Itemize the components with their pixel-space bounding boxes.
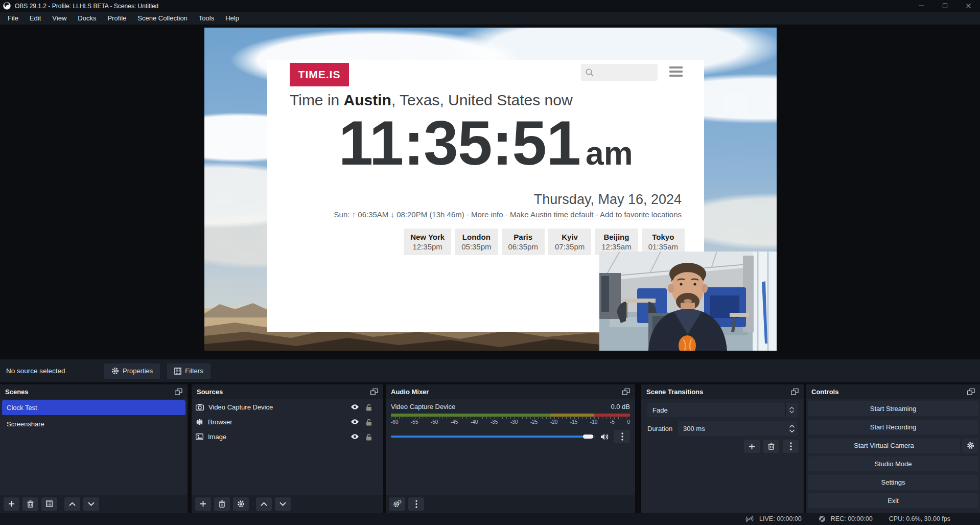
scene-transitions-dock: Scene Transitions Fade Duration 300 ms	[641, 384, 804, 513]
gear-icon	[111, 367, 119, 375]
lock-icon[interactable]	[366, 404, 372, 411]
duration-spinbox[interactable]: 300 ms	[678, 421, 798, 436]
scenes-dock-title: Scenes	[5, 388, 29, 396]
more-info-link[interactable]: More info	[471, 210, 503, 219]
menu-item-view[interactable]: View	[46, 12, 72, 25]
search-input[interactable]	[581, 64, 658, 81]
scene-item-clock-test[interactable]: Clock Test	[2, 400, 185, 415]
make-default-link[interactable]: Make Austin time default	[510, 210, 593, 219]
mixer-channel-menu-button[interactable]	[614, 430, 630, 443]
scene-item-screenshare[interactable]: Screenshare	[2, 417, 185, 431]
image-icon	[196, 433, 203, 440]
menu-item-edit[interactable]: Edit	[24, 12, 46, 25]
audio-mixer-dock: Audio Mixer Video Capture Device 0.0 dB …	[386, 384, 635, 513]
properties-button[interactable]: Properties	[104, 363, 160, 379]
audio-mixer-dock-title: Audio Mixer	[391, 388, 429, 396]
settings-button[interactable]: Settings	[808, 475, 978, 490]
speaker-icon[interactable]	[600, 433, 609, 441]
city-card-beijing[interactable]: Beijing12:35am	[595, 229, 638, 255]
trash-icon	[219, 500, 225, 508]
menu-item-file[interactable]: File	[2, 12, 24, 25]
menu-item-tools[interactable]: Tools	[193, 12, 220, 25]
lock-icon[interactable]	[366, 419, 372, 426]
live-inactive-icon	[744, 515, 755, 523]
move-source-down-button[interactable]	[275, 497, 291, 511]
lock-icon[interactable]	[366, 433, 372, 441]
mixer-channel-name: Video Capture Device	[391, 403, 455, 410]
controls-dock: Controls Start Streaming Start Recording…	[806, 384, 980, 513]
controls-dock-title: Controls	[811, 388, 838, 396]
transition-menu-button[interactable]	[783, 440, 799, 453]
city-card-kyiv[interactable]: Kyiv07:35pm	[548, 229, 591, 255]
move-scene-up-button[interactable]	[64, 497, 80, 511]
move-source-up-button[interactable]	[256, 497, 272, 511]
move-scene-down-button[interactable]	[83, 497, 99, 511]
start-recording-button[interactable]: Start Recording	[808, 420, 978, 435]
trash-icon	[768, 443, 775, 450]
combo-arrows[interactable]	[785, 403, 798, 417]
gear-icon	[967, 442, 974, 449]
source-properties-button[interactable]	[233, 497, 249, 511]
visibility-eye-icon[interactable]	[351, 433, 359, 440]
clock-digits: 11:35:51	[338, 108, 580, 178]
popout-icon[interactable]	[622, 389, 630, 395]
obs-logo-icon	[3, 2, 11, 10]
world-cities-row: New York12:35pm London05:35pm Paris06:35…	[404, 229, 685, 255]
timeis-logo[interactable]: TIME.IS	[290, 63, 349, 86]
source-item-browser[interactable]: Browser	[192, 416, 383, 428]
page-title: Time in Austin, Texas, United States now	[290, 92, 573, 109]
add-transition-button[interactable]	[744, 440, 760, 453]
menu-item-docks[interactable]: Docks	[72, 12, 102, 25]
program-canvas[interactable]: TIME.IS Time in Austin, Texas, United St…	[204, 28, 777, 351]
source-status-text: No source selected	[6, 367, 104, 375]
city-card-london[interactable]: London05:35pm	[455, 229, 498, 255]
hamburger-menu-icon[interactable]	[669, 66, 683, 77]
menu-item-scene-collection[interactable]: Scene Collection	[132, 12, 193, 25]
popout-icon[interactable]	[791, 389, 799, 395]
advanced-audio-button[interactable]	[389, 497, 405, 511]
volume-meter	[391, 414, 630, 417]
minimize-button[interactable]	[909, 0, 933, 12]
popout-icon[interactable]	[175, 389, 182, 395]
remove-scene-button[interactable]	[22, 497, 38, 511]
sources-toolbar	[192, 495, 383, 513]
add-favorite-link[interactable]: Add to favorite locations	[600, 210, 682, 219]
exit-button[interactable]: Exit	[808, 493, 978, 508]
source-item-image[interactable]: Image	[192, 430, 383, 443]
popout-icon[interactable]	[967, 389, 975, 395]
city-card-newyork[interactable]: New York12:35pm	[404, 229, 451, 255]
mixer-menu-button[interactable]	[408, 497, 424, 511]
virtual-camera-settings-button[interactable]	[962, 438, 978, 453]
remove-source-button[interactable]	[214, 497, 230, 511]
menu-item-profile[interactable]: Profile	[102, 12, 132, 25]
studio-mode-button[interactable]: Studio Mode	[808, 456, 978, 471]
remove-transition-button[interactable]	[763, 440, 779, 453]
sources-dock-title: Sources	[197, 388, 223, 396]
search-icon	[585, 68, 594, 77]
camera-icon	[196, 404, 204, 410]
add-source-button[interactable]	[195, 497, 211, 511]
spinbox-arrows[interactable]	[786, 425, 798, 432]
start-virtual-camera-button[interactable]: Start Virtual Camera	[808, 438, 960, 453]
city-card-paris[interactable]: Paris06:35pm	[502, 229, 545, 255]
window-title: OBS 29.1.2 - Profile: LLHLS BETA - Scene…	[15, 3, 158, 10]
visibility-eye-icon[interactable]	[351, 419, 359, 425]
filters-button[interactable]: Filters	[167, 363, 210, 379]
menu-item-help[interactable]: Help	[220, 12, 245, 25]
volume-slider-handle[interactable]	[583, 435, 593, 439]
volume-slider[interactable]	[391, 436, 595, 438]
titlebar: OBS 29.1.2 - Profile: LLHLS BETA - Scene…	[0, 0, 980, 12]
add-scene-button[interactable]	[4, 497, 19, 511]
start-streaming-button[interactable]: Start Streaming	[808, 401, 978, 416]
transition-select[interactable]: Fade	[647, 403, 798, 417]
close-button[interactable]	[956, 0, 980, 12]
trash-icon	[27, 500, 34, 508]
visibility-eye-icon[interactable]	[351, 404, 359, 410]
dock-row: Scenes Clock Test Screenshare Sources	[0, 384, 980, 513]
statusbar: LIVE: 00:00:00 REC: 00:00:00 CPU: 0.6%, …	[0, 513, 980, 525]
source-item-video-capture[interactable]: Video Capture Device	[192, 401, 383, 414]
scene-filters-button[interactable]	[41, 497, 57, 511]
city-card-tokyo[interactable]: Tokyo01:35am	[642, 229, 685, 255]
maximize-button[interactable]	[933, 0, 956, 12]
popout-icon[interactable]	[370, 389, 378, 395]
